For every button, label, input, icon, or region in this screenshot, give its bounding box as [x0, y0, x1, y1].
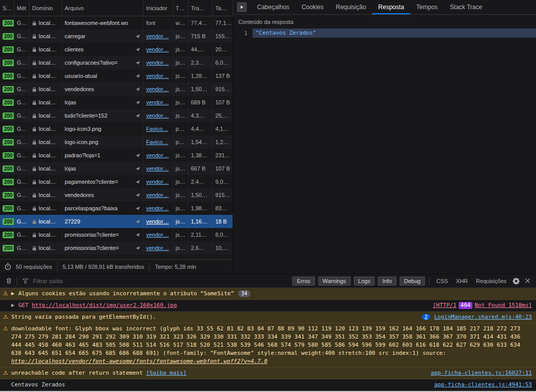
network-request-row[interactable]: 200 G… local… pagamentos?cliente=	[0, 175, 233, 188]
request-method: G…	[14, 162, 30, 175]
tab-tempos[interactable]: Tempos	[410, 0, 444, 14]
request-transferred: 77,4…	[188, 16, 213, 30]
play-icon[interactable]	[237, 2, 247, 12]
request-initiator[interactable]: vendor…	[146, 60, 169, 66]
network-request-row[interactable]: 200 G… local… promissorias?cliente=	[0, 228, 233, 241]
expand-caret-icon[interactable]: ▶	[11, 301, 18, 310]
network-request-row[interactable]: 200 G… local… parcelaspagas?baixa	[0, 202, 233, 215]
network-request-row[interactable]: 200 G… local… configuracoes?ativo=	[0, 56, 233, 69]
xhr-send-icon	[135, 34, 140, 39]
column-header-type[interactable]: T…	[173, 0, 188, 16]
network-request-row[interactable]: 200 G… local… fontawesome-webfont.wo	[0, 16, 233, 30]
warning-text: unreachable code after return statement …	[11, 369, 186, 377]
filter-warnings-button[interactable]: Warnings	[318, 276, 351, 286]
network-request-row[interactable]: 200 G… local… 27229	[0, 215, 233, 228]
filter-xhr-toggle[interactable]: XHR	[456, 278, 468, 284]
request-file: vendedores	[65, 86, 94, 92]
column-header-file[interactable]: Arquivo	[62, 0, 144, 16]
tab-requisicao[interactable]: Requisição	[330, 0, 372, 14]
request-initiator[interactable]: Favico…	[146, 126, 168, 132]
request-initiator[interactable]: vendor…	[146, 165, 169, 172]
filter-logs-button[interactable]: Logs	[354, 276, 375, 286]
expand-caret-icon[interactable]: ▶	[11, 290, 18, 298]
column-header-method[interactable]: Mét	[14, 0, 30, 16]
network-request-row[interactable]: 200 G… local… carregar	[0, 30, 233, 43]
count-badge: 2	[422, 314, 430, 320]
status-badge: 200	[3, 232, 14, 238]
source-link[interactable]: LoginManager.shared.mjs:40:23	[434, 314, 532, 320]
console-filter-input[interactable]	[33, 278, 145, 284]
tab-resposta[interactable]: Resposta	[372, 0, 410, 14]
status-badge: 200	[3, 33, 14, 40]
request-domain: local…	[39, 99, 56, 105]
tab-stack-trace[interactable]: Stack Trace	[444, 0, 488, 14]
request-initiator[interactable]: vendor…	[146, 218, 169, 225]
network-request-row[interactable]: 200 G… local… vendedores	[0, 82, 233, 96]
font-source-link[interactable]: http://localhost/vendor/font-awesome/fon…	[11, 358, 267, 365]
xhr-send-icon	[135, 60, 140, 66]
source-link[interactable]: app-ficha-clientes.js:16027:11	[425, 369, 532, 377]
request-initiator[interactable]: vendor…	[146, 232, 169, 238]
repeat-count-badge: 34	[238, 290, 250, 297]
request-type: js…	[173, 56, 188, 69]
performance-analysis-icon[interactable]	[4, 263, 12, 270]
filter-css-toggle[interactable]: CSS	[436, 278, 448, 284]
request-initiator[interactable]: vendor…	[146, 86, 169, 92]
status-badge: 200	[3, 113, 14, 119]
network-request-row[interactable]: 200 G… local… promissorias?cliente=	[0, 241, 233, 255]
network-request-row[interactable]: 200 G… local… tudo?cliente=152	[0, 109, 233, 122]
source-link[interactable]: app-ficha-clientes.js:4941:53	[428, 381, 532, 389]
tab-cookies[interactable]: Cookies	[295, 0, 329, 14]
filter-requests-toggle[interactable]: Requisições	[476, 278, 506, 284]
request-method: G…	[14, 56, 30, 69]
network-request-row[interactable]: 200 G… local… usuario-atual	[0, 69, 233, 82]
network-request-row[interactable]: 200 G… local… padrao?loja=1	[0, 149, 233, 162]
lock-icon	[32, 60, 37, 66]
column-header-status[interactable]: S…	[0, 0, 14, 16]
request-initiator[interactable]: vendor…	[146, 192, 169, 198]
trash-icon[interactable]	[3, 275, 14, 287]
request-domain: local…	[39, 46, 56, 52]
filter-info-button[interactable]: Info	[378, 276, 396, 286]
console-log-row: Centavos Zerados app-ficha-clientes.js:4…	[0, 379, 536, 391]
request-initiator[interactable]: vendor…	[146, 245, 169, 251]
column-header-domain[interactable]: Domínio	[30, 0, 62, 16]
request-size: 107 B	[213, 96, 233, 109]
request-initiator[interactable]: vendor…	[146, 73, 169, 79]
status-suffix: Not Found 1518ms]	[474, 301, 532, 310]
xhr-send-icon	[135, 100, 140, 105]
request-url-link[interactable]: http://localhost/dist/img/user2-160x160.…	[32, 302, 177, 309]
request-initiator[interactable]: vendor…	[146, 46, 169, 52]
status-badge: 200	[3, 126, 14, 132]
request-file: vendedores	[65, 192, 94, 198]
request-initiator[interactable]: Favico…	[146, 139, 168, 145]
network-request-row[interactable]: 200 G… local… vendedores	[0, 188, 233, 202]
request-initiator[interactable]: vendor…	[146, 99, 169, 105]
request-initiator[interactable]: vendor…	[146, 152, 169, 158]
network-request-row[interactable]: 200 G… local… clientes	[0, 43, 233, 56]
network-request-row[interactable]: 200 G… local… lojas	[0, 96, 233, 109]
request-initiator[interactable]: vendor…	[146, 113, 169, 119]
network-request-row[interactable]: 200 G… local… lojas	[0, 162, 233, 175]
network-request-row[interactable]: 200 G… local… logo-icon3.png	[0, 122, 233, 135]
lock-icon	[32, 113, 37, 119]
request-initiator[interactable]: font	[146, 20, 155, 26]
request-rows: 200 G… local… fontawesome-webfont.wo	[0, 16, 233, 259]
gear-icon[interactable]	[511, 275, 522, 287]
request-transferred: 2,11…	[188, 228, 213, 241]
column-header-transferred[interactable]: Tra…	[188, 0, 213, 16]
filter-debug-button[interactable]: Debug	[400, 276, 425, 286]
tab-cabecalhos[interactable]: Cabeçalhos	[251, 0, 295, 14]
request-initiator[interactable]: vendor…	[146, 179, 169, 185]
learn-more-link[interactable]: [Saiba mais]	[146, 370, 186, 376]
request-file: carregar	[65, 33, 86, 39]
request-initiator[interactable]: vendor…	[146, 33, 169, 39]
request-transferred: 4,4…	[188, 122, 213, 135]
column-header-size[interactable]: Ta…	[213, 0, 233, 16]
request-initiator[interactable]: vendor…	[146, 205, 169, 211]
column-header-initiator[interactable]: Iniciador	[144, 0, 173, 16]
network-status[interactable]: [HTTP/1 404 Not Found 1518ms]	[427, 301, 532, 310]
filter-errors-button[interactable]: Erros	[292, 276, 315, 286]
close-icon[interactable]	[522, 275, 533, 287]
network-request-row[interactable]: 200 G… local… logo-icon.png	[0, 135, 233, 149]
